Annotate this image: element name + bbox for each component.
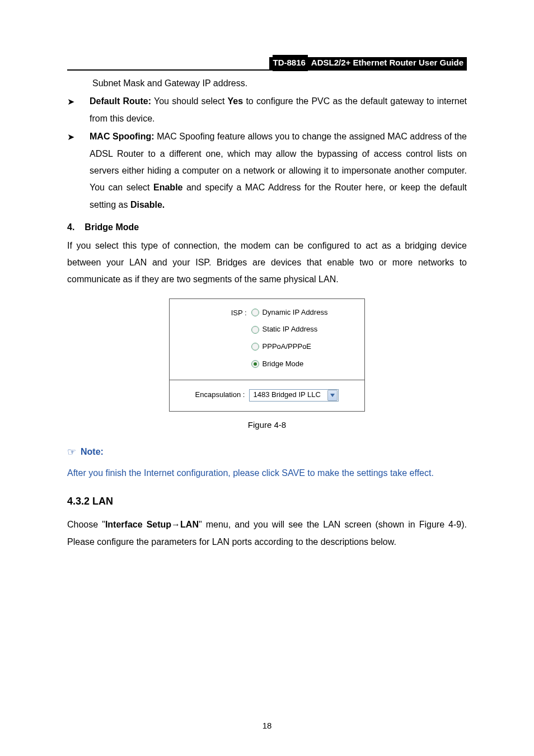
bullet-body: Default Route: You should select Yes to … (90, 93, 467, 127)
figure-caption: Figure 4-8 (248, 417, 286, 433)
lan-para-bold: Interface Setup (105, 520, 171, 529)
note-label: Note: (81, 444, 104, 460)
radio-option-bridge-mode[interactable]: Bridge Mode (251, 357, 328, 371)
note-body: After you finish the Internet configurat… (67, 465, 467, 482)
radio-label: PPPoA/PPPoE (263, 340, 311, 354)
radio-icon (251, 343, 259, 351)
bullet-strong: Default Route: (90, 96, 151, 106)
chevron-down-icon (327, 390, 338, 401)
section-num: 4. (67, 219, 74, 236)
figure-bottom-panel: Encapsulation : 1483 Bridged IP LLC (170, 380, 364, 411)
isp-radio-group: Dynamic IP Address Static IP Address PPP… (251, 306, 328, 371)
pointing-hand-icon: ☞ (67, 442, 76, 461)
lan-paragraph: Choose "Interface Setup→LAN" menu, and y… (67, 516, 467, 550)
lan-para-arrow: → (171, 520, 180, 529)
list-item: ➤ MAC Spoofing: MAC Spoofing feature all… (67, 128, 467, 213)
section-heading-lan: 4.3.2 LAN (67, 492, 467, 511)
note-row: ☞ Note: (67, 442, 467, 461)
radio-option-dynamic-ip[interactable]: Dynamic IP Address (251, 306, 328, 320)
section-title: Bridge Mode (85, 219, 139, 236)
doc-header: TD-8816 ADSL2/2+ Ethernet Router User Gu… (67, 56, 467, 69)
bullet-strong: MAC Spoofing: (90, 132, 154, 141)
lan-para-bold: LAN (180, 520, 199, 529)
section-heading-bridge: 4. Bridge Mode (67, 219, 467, 236)
lan-para-part: Choose " (67, 520, 105, 529)
page-number: 18 (0, 718, 534, 734)
radio-label: Bridge Mode (263, 357, 304, 371)
radio-icon (251, 309, 259, 316)
encapsulation-label: Encapsulation : (195, 388, 245, 402)
radio-icon (251, 326, 259, 334)
continuation-line: Subnet Mask and Gateway IP address. (67, 75, 467, 92)
bullet-body: MAC Spoofing: MAC Spoofing feature allow… (90, 128, 467, 213)
list-item: ➤ Default Route: You should select Yes t… (67, 93, 467, 127)
radio-label: Static IP Address (263, 323, 318, 337)
radio-icon (251, 360, 259, 368)
encapsulation-select[interactable]: 1483 Bridged IP LLC (249, 389, 339, 402)
figure-4-8: ISP : Dynamic IP Address Static IP Addre… (67, 298, 467, 433)
bullet-arrow-icon: ➤ (67, 93, 77, 127)
bridge-paragraph: If you select this type of connection, t… (67, 237, 467, 288)
isp-label: ISP : (207, 306, 251, 320)
header-subtitle: ADSL2/2+ Ethernet Router User Guide (311, 55, 463, 71)
figure-box: ISP : Dynamic IP Address Static IP Addre… (169, 298, 365, 412)
header-title-block: TD-8816 ADSL2/2+ Ethernet Router User Gu… (269, 57, 467, 69)
bullet-text: MAC Spoofing feature allows you to chang… (90, 132, 467, 209)
radio-label: Dynamic IP Address (263, 306, 328, 320)
figure-top-panel: ISP : Dynamic IP Address Static IP Addre… (170, 299, 364, 381)
radio-option-pppoa-pppoe[interactable]: PPPoA/PPPoE (251, 340, 328, 354)
encapsulation-value: 1483 Bridged IP LLC (250, 388, 327, 402)
header-model: TD-8816 (273, 55, 307, 71)
bullet-arrow-icon: ➤ (67, 128, 77, 213)
radio-option-static-ip[interactable]: Static IP Address (251, 323, 328, 337)
